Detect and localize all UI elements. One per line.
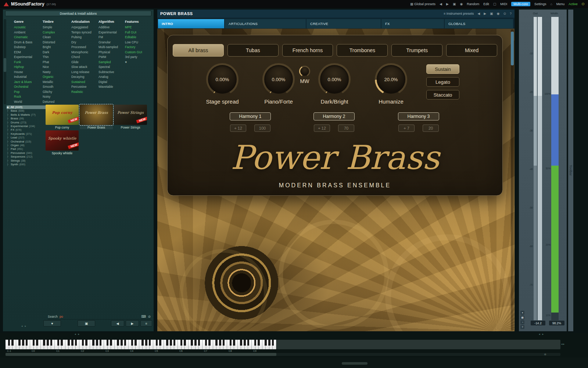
filter-item-cinematic[interactable]: Cinematic [14, 35, 43, 40]
tree-item-bells-mallets[interactable]: ├Bells & Mallets(77) [7, 113, 46, 117]
random-button[interactable]: Random [467, 2, 479, 6]
black-key[interactable] [85, 340, 87, 346]
filter-item-dry[interactable]: Dry [71, 40, 98, 45]
black-key[interactable] [184, 340, 186, 346]
filter-item-tempo-synced[interactable]: Tempo synced [71, 30, 98, 35]
filter-scrollbar[interactable] [4, 19, 6, 104]
filter-item-spectral[interactable]: Spectral [98, 65, 125, 70]
filter-item-full-gui[interactable]: Full GUI [125, 30, 150, 35]
black-key[interactable] [170, 340, 172, 346]
filter-item-noisy[interactable]: Noisy [43, 94, 71, 100]
tree-item-all[interactable]: ◉All(4445) [7, 105, 46, 109]
mod-wheel-knob[interactable] [299, 66, 310, 77]
filter-item-slow-attack[interactable]: Slow attack [71, 65, 98, 70]
preset-thumb-power-brass[interactable]: Power BrassPower Brass [80, 105, 113, 129]
filter-item-experimental[interactable]: Experimental [98, 30, 125, 35]
filter-item-drum-bass[interactable]: Drum & Bass [14, 40, 43, 45]
filter-item-long-release[interactable]: Long release [71, 70, 98, 75]
filter-item-percussive[interactable]: Percussive [71, 84, 98, 90]
filter-item-complex[interactable]: Complex [43, 30, 71, 35]
filter-item-rock[interactable]: Rock [14, 94, 43, 100]
section-tubas[interactable]: Tubas [227, 44, 279, 57]
filter-item-additive[interactable]: Additive [98, 25, 125, 30]
filter-item-ambient[interactable]: Ambient [14, 30, 43, 35]
filter-item-dark[interactable]: Dark [43, 50, 71, 55]
filter-item-arpeggiated[interactable]: Arpeggiated [71, 25, 98, 30]
black-key[interactable] [247, 340, 250, 346]
inst-next-icon[interactable]: ▶ [484, 12, 486, 15]
filter-item-nasty[interactable]: Nasty [43, 70, 71, 75]
section-trombones[interactable]: Trombones [337, 44, 388, 57]
home-icon[interactable]: ⌂ [550, 2, 552, 6]
keyboard-scrollbar[interactable] [6, 353, 560, 356]
tab-articulations[interactable]: ARTICULATIONS [225, 19, 306, 28]
filter-item-custom-gui[interactable]: Custom GUI [125, 50, 150, 55]
black-key[interactable] [68, 340, 70, 346]
compare-icon[interactable]: ◉ [460, 2, 463, 6]
filter-item-multi-sampled[interactable]: Multi-sampled [98, 45, 125, 50]
filter-item-editable[interactable]: Editable [125, 35, 150, 40]
black-key[interactable] [100, 340, 102, 346]
browser-resize-handle[interactable]: ◂ ▸ [21, 325, 27, 328]
tree-item-bass[interactable]: ├Bass(836) [7, 109, 46, 113]
midi-button[interactable]: MIDI [500, 2, 507, 6]
toolbar-strip[interactable]: Toolbar [568, 10, 573, 331]
filter-item-3rd-party[interactable]: 3rd party [125, 55, 150, 60]
filter-item-item[interactable]: ♥ [125, 60, 150, 65]
filter-item-chord[interactable]: Chord [71, 55, 98, 60]
black-key[interactable] [230, 340, 232, 346]
black-key[interactable] [26, 340, 28, 346]
menu-button[interactable]: Menu [556, 2, 565, 6]
filter-item-detuned[interactable]: Detuned [43, 100, 71, 105]
prev-preset-icon[interactable]: ◀ [440, 2, 442, 6]
filter-item-phat[interactable]: Phat [43, 60, 71, 65]
section-trumpets[interactable]: Trumpets [391, 44, 442, 57]
tab-intro[interactable]: INTRO [158, 19, 224, 28]
black-key[interactable] [159, 340, 161, 346]
harmony-amount-3[interactable]: 20 [423, 125, 439, 132]
tree-item-percussive[interactable]: ├Percussive(340) [7, 151, 46, 155]
tab-globals[interactable]: GLOBALS [445, 19, 513, 28]
black-key[interactable] [75, 340, 77, 346]
power-icon[interactable]: ⏻ [582, 2, 584, 6]
image-view-button[interactable]: ▣ [78, 320, 95, 326]
filter-item-acoustic[interactable]: Acoustic [14, 25, 43, 30]
global-presets-button[interactable]: ▦ Global presets [410, 2, 435, 6]
browser-prev-button[interactable]: ◀ [111, 320, 124, 326]
filter-item-subtractive[interactable]: Subtractive [98, 70, 125, 75]
tree-item-keyboards[interactable]: ├Keyboards(371) [7, 132, 46, 136]
harmony-button-1[interactable]: Harmony 1 [230, 112, 271, 120]
tree-item-lead[interactable]: ├Lead(217) [7, 136, 46, 140]
filter-item-edm[interactable]: EDM [14, 50, 43, 55]
black-key[interactable] [131, 340, 133, 346]
black-key[interactable] [198, 340, 200, 346]
black-key[interactable] [22, 340, 24, 346]
black-key[interactable] [107, 340, 109, 346]
filter-item-wavetable[interactable]: Wavetable [98, 84, 125, 90]
filter-item-nice[interactable]: Nice [43, 65, 71, 70]
black-key[interactable] [156, 340, 158, 346]
knob-dial-dark-bright[interactable]: 0.00% [318, 63, 351, 95]
filter-item-experimental[interactable]: Experimental [14, 55, 43, 60]
main-scrollbar-handle[interactable] [511, 32, 514, 65]
filter-item-granular[interactable]: Granular [98, 40, 125, 45]
filter-item-realistic[interactable]: Realistic [71, 90, 98, 95]
filter-item-glitchy[interactable]: Glitchy [43, 90, 71, 95]
tree-item-strings[interactable]: ├Strings(38) [7, 159, 46, 163]
harmony-amount-2[interactable]: 70 [338, 125, 354, 132]
preset-thumb-power-strings[interactable]: Power StringsNEWPower Strings [114, 105, 147, 129]
black-key[interactable] [205, 340, 207, 346]
tree-item-organ[interactable]: ├Organ(48) [7, 144, 46, 147]
filter-item-low-cpu[interactable]: Low CPU [125, 40, 150, 45]
keyboard-resize-handle[interactable]: ◂ ▸ [75, 333, 80, 336]
black-key[interactable] [82, 340, 84, 346]
pause-icon[interactable]: ⏸ [520, 311, 524, 315]
section-mixed[interactable]: Mixed [446, 44, 497, 57]
filter-item-pwm[interactable]: PWM [98, 55, 125, 60]
filter-item-physical[interactable]: Physical [98, 50, 125, 55]
black-key[interactable] [219, 340, 221, 346]
inst-save-icon[interactable]: ▣ [490, 12, 493, 15]
meter-grid-icon[interactable]: ▦ [520, 315, 524, 320]
clock-icon[interactable]: ◔ [520, 320, 524, 324]
black-key[interactable] [110, 340, 112, 346]
